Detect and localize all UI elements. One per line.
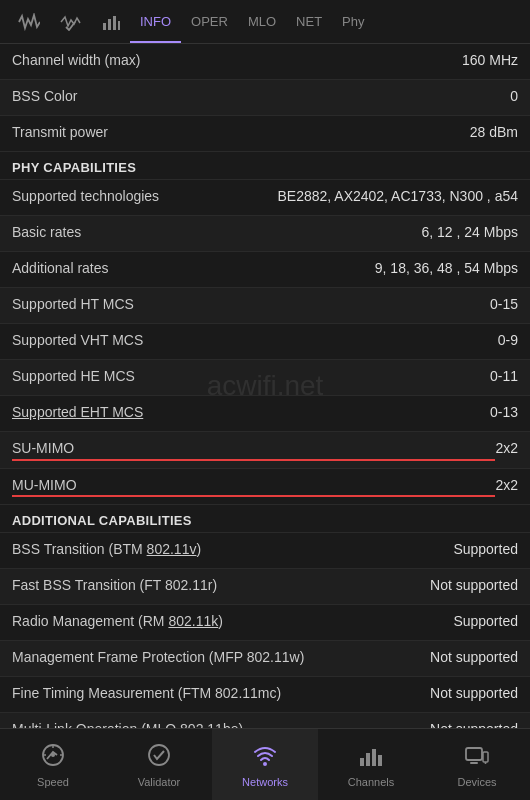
wave-icon [18,13,40,31]
row-label-ftm: Fine Timing Measurement (FTM 802.11mc) [12,684,430,704]
row-value-channel-width: 160 MHz [462,51,518,71]
table-row: BSS Transition (BTM 802.11v) Supported [0,533,530,569]
table-row: Radio Management (RM 802.11k) Supported [0,605,530,641]
svg-rect-3 [118,21,120,30]
table-row: Supported technologies BE2882, AX2402, A… [0,180,530,216]
svg-rect-1 [108,19,111,30]
tab-chart[interactable] [92,0,130,43]
validator-icon [146,742,172,772]
bottom-nav-devices-label: Devices [457,776,496,788]
tab-info[interactable]: INFO [130,0,181,43]
tab-phy-label: Phy [342,14,364,29]
row-label-su-mimo: SU-MIMO [12,439,495,461]
top-navigation: INFO OPER MLO NET Phy [0,0,530,44]
svg-rect-16 [470,762,478,764]
row-label-ht-mcs: Supported HT MCS [12,295,490,315]
table-row: Basic rates 6, 12 , 24 Mbps [0,216,530,252]
row-value-basic-rates: 6, 12 , 24 Mbps [421,223,518,243]
table-row: Supported HE MCS 0-11 [0,360,530,396]
bottom-nav-networks[interactable]: Networks [212,729,318,800]
row-value-eht-mcs: 0-13 [490,403,518,423]
row-value-mlo: Not supported [430,720,518,728]
table-row: Fast BSS Transition (FT 802.11r) Not sup… [0,569,530,605]
row-label-bss-color: BSS Color [12,87,510,107]
table-row: Management Frame Protection (MFP 802.11w… [0,641,530,677]
table-row: Supported EHT MCS 0-13 [0,396,530,432]
bottom-nav-channels[interactable]: Channels [318,729,424,800]
svg-rect-17 [483,752,488,762]
table-row: Supported VHT MCS 0-9 [0,324,530,360]
tab-info-label: INFO [140,14,171,29]
row-value-ht-mcs: 0-15 [490,295,518,315]
bottom-nav-speed-label: Speed [37,776,69,788]
bottom-nav-channels-label: Channels [348,776,394,788]
row-value-transmit-power: 28 dBm [470,123,518,143]
svg-rect-12 [366,753,370,766]
row-value-radio-mgmt: Supported [453,612,518,632]
bottom-nav-validator-label: Validator [138,776,181,788]
section-header-additional: ADDITIONAL CAPABILITIES [0,505,530,533]
row-label-bss-transition: BSS Transition (BTM 802.11v) [12,540,453,560]
tab-oper-label: OPER [191,14,228,29]
table-row: Fine Timing Measurement (FTM 802.11mc) N… [0,677,530,713]
row-label-eht-mcs: Supported EHT MCS [12,403,490,423]
tab-oper[interactable]: OPER [181,0,238,43]
bar-chart-icon [102,13,120,31]
bottom-nav-devices[interactable]: Devices [424,729,530,800]
row-value-ftm: Not supported [430,684,518,704]
bottom-navigation: Speed Validator Networks [0,728,530,800]
row-value-mfp: Not supported [430,648,518,668]
row-label-mu-mimo: MU-MIMO [12,476,495,498]
table-row: MU-MIMO 2x2 [0,469,530,506]
table-row: Multi-Link Operation (MLO 802.11be) Not … [0,713,530,728]
svg-rect-2 [113,16,116,30]
svg-rect-14 [378,755,382,766]
bottom-nav-speed[interactable]: Speed [0,729,106,800]
row-label-channel-width: Channel width (max) [12,51,462,71]
main-content: Channel width (max) 160 MHz BSS Color 0 … [0,44,530,728]
table-row: Additional rates 9, 18, 36, 48 , 54 Mbps [0,252,530,288]
tab-phy[interactable]: Phy [332,0,374,43]
row-label-vht-mcs: Supported VHT MCS [12,331,498,351]
svg-point-9 [149,745,169,765]
speed-icon [40,742,66,772]
row-label-he-mcs: Supported HE MCS [12,367,490,387]
row-value-supported-tech: BE2882, AX2402, AC1733, N300 , a54 [277,187,518,207]
svg-point-10 [263,762,267,766]
check-wave-icon [60,13,82,31]
svg-rect-0 [103,23,106,30]
svg-rect-13 [372,749,376,766]
row-label-basic-rates: Basic rates [12,223,421,243]
table-row: BSS Color 0 [0,80,530,116]
tab-net[interactable]: NET [286,0,332,43]
svg-point-5 [51,753,55,757]
table-row: Transmit power 28 dBm [0,116,530,152]
svg-rect-11 [360,758,364,766]
devices-icon [464,742,490,772]
row-label-supported-tech: Supported technologies [12,187,277,207]
row-value-additional-rates: 9, 18, 36, 48 , 54 Mbps [375,259,518,279]
row-value-bss-color: 0 [510,87,518,107]
svg-point-18 [485,762,487,764]
row-label-mlo: Multi-Link Operation (MLO 802.11be) [12,720,430,728]
row-value-mu-mimo: 2x2 [495,476,518,496]
tab-validator[interactable] [50,0,92,43]
row-label-transmit-power: Transmit power [12,123,470,143]
bottom-nav-validator[interactable]: Validator [106,729,212,800]
row-label-mfp: Management Frame Protection (MFP 802.11w… [12,648,430,668]
tab-mlo-label: MLO [248,14,276,29]
tab-net-label: NET [296,14,322,29]
tab-mlo[interactable]: MLO [238,0,286,43]
tab-speed[interactable] [8,0,50,43]
table-row: Channel width (max) 160 MHz [0,44,530,80]
row-label-fast-bss: Fast BSS Transition (FT 802.11r) [12,576,430,596]
row-value-fast-bss: Not supported [430,576,518,596]
section-header-phy: PHY CAPABILITIES [0,152,530,180]
row-label-additional-rates: Additional rates [12,259,375,279]
channels-icon [358,742,384,772]
row-value-vht-mcs: 0-9 [498,331,518,351]
row-label-radio-mgmt: Radio Management (RM 802.11k) [12,612,453,632]
row-value-he-mcs: 0-11 [490,367,518,387]
svg-rect-15 [466,748,482,760]
row-value-su-mimo: 2x2 [495,439,518,459]
